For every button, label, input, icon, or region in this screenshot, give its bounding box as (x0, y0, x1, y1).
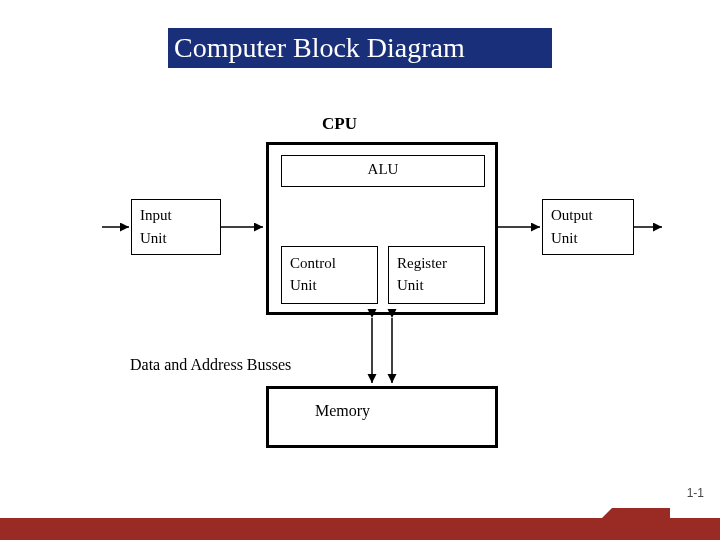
slide-title: Computer Block Diagram (168, 28, 552, 68)
input-unit-block: Input Unit (131, 199, 221, 255)
output-unit-line1: Output (551, 207, 593, 223)
input-unit-line1: Input (140, 207, 172, 223)
register-unit-line1: Register (397, 255, 447, 271)
output-unit-line2: Unit (551, 230, 578, 246)
page-number: 1-1 (687, 486, 704, 500)
alu-block: ALU (281, 155, 485, 187)
control-unit-line1: Control (290, 255, 336, 271)
register-unit-block: Register Unit (388, 246, 485, 304)
control-unit-line2: Unit (290, 277, 317, 293)
footer-notch-flat (612, 508, 670, 518)
footer-bar (0, 518, 720, 540)
output-unit-block: Output Unit (542, 199, 634, 255)
bus-label: Data and Address Busses (130, 356, 291, 374)
register-unit-line2: Unit (397, 277, 424, 293)
control-unit-block: Control Unit (281, 246, 378, 304)
memory-block: Memory (266, 386, 498, 448)
input-unit-line2: Unit (140, 230, 167, 246)
footer-notch (602, 508, 612, 518)
cpu-label: CPU (322, 114, 357, 134)
